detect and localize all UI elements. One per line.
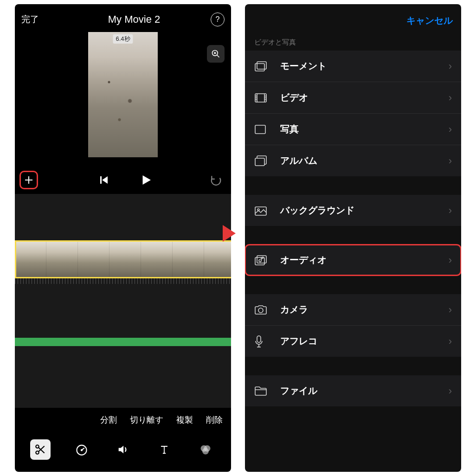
picker-header: キャンセル [245,4,461,33]
menu-item-file[interactable]: ファイル › [245,375,461,406]
chevron-right-icon: › [449,92,452,104]
menu-item-photo[interactable]: 写真 › [245,113,461,145]
chevron-right-icon: › [449,254,452,266]
photo-icon [254,123,268,135]
play-button[interactable] [139,173,153,187]
done-button[interactable]: 完了 [21,13,39,26]
svg-rect-31 [255,125,265,134]
chevron-right-icon: › [449,155,452,167]
menu-item-voiceover[interactable]: アフレコ › [245,325,461,357]
menu-label: カメラ [280,303,449,316]
svg-rect-36 [257,256,266,263]
editor-screen: 完了 My Movie 2 ? 6.4秒 分割 切り離す [15,4,231,472]
menu-label: オーディオ [280,254,449,266]
chevron-right-icon: › [449,304,452,316]
menu-label: 写真 [280,123,449,135]
menu-item-album[interactable]: アルバム › [245,145,461,176]
editor-header: 完了 My Movie 2 ? [15,4,231,31]
menu-label: モーメント [280,60,449,72]
text-tool[interactable] [154,439,174,460]
timeline-ruler [15,278,231,284]
cancel-button[interactable]: キャンセル [406,14,453,27]
menu-label: バックグラウンド [280,204,449,217]
svg-rect-6 [100,176,102,184]
svg-point-13 [81,450,82,450]
svg-rect-20 [255,64,264,71]
toolbar [15,432,231,472]
filters-tool[interactable] [195,439,216,460]
svg-rect-32 [255,158,264,166]
audio-track[interactable] [15,338,231,346]
volume-tool[interactable] [113,439,133,460]
menu-item-video[interactable]: ビデオ › [245,82,461,113]
undo-button[interactable] [209,174,223,186]
svg-point-8 [36,451,39,454]
menu-label: アルバム [280,154,449,167]
previous-button[interactable] [98,174,109,186]
clip-actions: 分割 切り離す 複製 削除 [15,408,231,432]
preview-area: 6.4秒 [15,31,231,168]
menu-label: ファイル [280,385,449,397]
svg-point-37 [258,308,263,313]
moments-icon [254,60,268,72]
menu-group-audio: オーディオ › [245,244,461,276]
detach-button[interactable]: 切り離す [130,414,163,425]
menu-item-background[interactable]: バックグラウンド › [245,195,461,226]
menu-item-moments[interactable]: モーメント › [245,51,461,82]
delete-button[interactable]: 削除 [206,414,223,425]
help-button[interactable]: ? [211,13,225,26]
split-button[interactable]: 分割 [100,414,117,425]
video-icon [254,92,268,104]
svg-rect-21 [257,62,266,69]
svg-line-1 [217,55,219,58]
clip-strip[interactable] [15,240,231,278]
menu-group-media: モーメント › ビデオ › 写真 › アルバム › [245,51,461,176]
arrow-icon [223,225,236,242]
scissors-tool[interactable] [30,439,51,460]
svg-point-19 [202,448,209,455]
menu-group-capture: カメラ › アフレコ › [245,294,461,357]
timeline[interactable] [15,194,231,408]
menu-group-file: ファイル › [245,375,461,406]
zoom-button[interactable] [207,45,225,63]
project-title: My Movie 2 [108,13,160,26]
chevron-right-icon: › [449,385,452,397]
menu-group-background: バックグラウンド › [245,195,461,226]
menu-label: ビデオ [280,91,449,104]
speed-tool[interactable] [71,439,92,460]
menu-label: アフレコ [280,335,449,347]
playback-controls [15,168,231,194]
background-icon [254,205,268,217]
chevron-right-icon: › [449,60,452,72]
video-preview[interactable]: 6.4秒 [88,32,158,157]
menu-item-audio[interactable]: オーディオ › [245,244,461,276]
audio-icon [254,254,268,266]
svg-rect-38 [257,336,261,342]
album-icon [254,155,268,167]
camera-icon [254,304,268,316]
chevron-right-icon: › [449,335,452,347]
media-picker-screen: キャンセル ビデオと写真 モーメント › ビデオ › 写真 › アルバム › バ… [245,4,461,472]
chevron-right-icon: › [449,123,452,135]
menu-item-camera[interactable]: カメラ › [245,294,461,325]
svg-point-7 [36,445,39,448]
add-media-button[interactable] [19,171,38,189]
folder-icon [254,385,268,397]
duplicate-button[interactable]: 複製 [176,414,193,425]
section-label: ビデオと写真 [245,33,461,51]
mic-icon [254,335,268,347]
duration-badge: 6.4秒 [113,34,133,44]
chevron-right-icon: › [449,205,452,217]
